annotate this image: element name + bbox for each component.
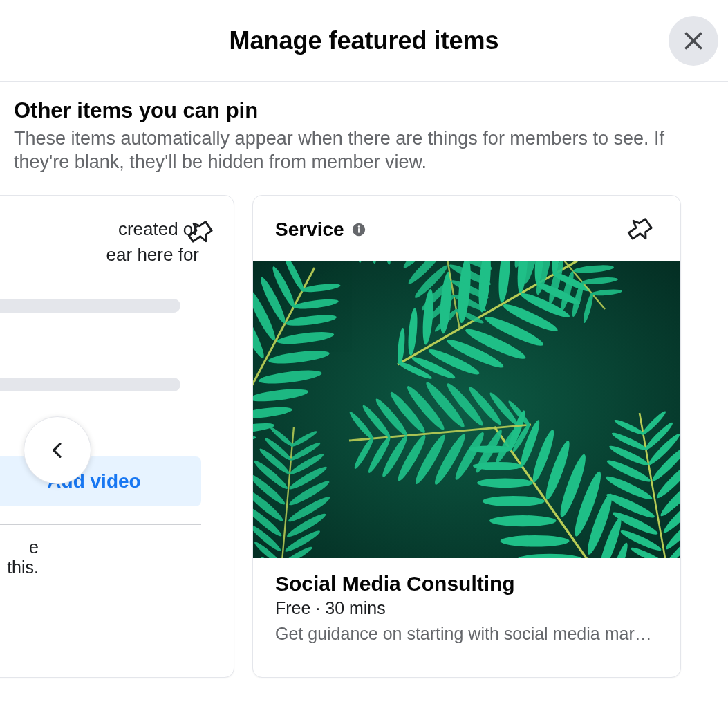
service-description: Get guidance on starting with social med…	[275, 624, 658, 644]
service-label: Service	[275, 219, 344, 241]
service-card-header: Service	[253, 196, 680, 248]
skeleton-placeholder	[0, 299, 213, 391]
service-card[interactable]: Service	[252, 195, 681, 678]
close-button[interactable]	[669, 16, 718, 66]
service-image	[253, 261, 680, 558]
service-label-wrap: Service	[275, 219, 366, 241]
service-body: Social Media Consulting Free · 30 mins G…	[253, 558, 680, 655]
section-title: Other items you can pin	[14, 98, 714, 123]
pin-icon	[185, 217, 215, 248]
pin-button[interactable]	[181, 214, 218, 251]
chevron-left-icon	[46, 439, 68, 461]
info-icon[interactable]	[351, 222, 366, 237]
carousel-prev-button[interactable]	[24, 416, 91, 484]
service-title: Social Media Consulting	[275, 572, 658, 595]
section-description: These items automatically appear when th…	[14, 127, 705, 174]
video-card-footer: e this.	[0, 537, 213, 578]
cards-row: created or ear here for Add video e this…	[14, 195, 714, 678]
fern-image	[253, 261, 680, 558]
close-icon	[681, 28, 706, 53]
section-other-items: Other items you can pin These items auto…	[0, 82, 728, 692]
divider	[0, 524, 201, 525]
modal-header: Manage featured items	[0, 0, 728, 82]
svg-point-4	[357, 225, 360, 228]
pin-icon	[624, 214, 655, 245]
skeleton-bar	[0, 378, 180, 391]
service-meta: Free · 30 mins	[275, 598, 658, 618]
svg-rect-3	[358, 228, 360, 232]
modal-title: Manage featured items	[229, 26, 498, 55]
pin-button[interactable]	[621, 211, 658, 248]
skeleton-bar	[0, 299, 180, 313]
